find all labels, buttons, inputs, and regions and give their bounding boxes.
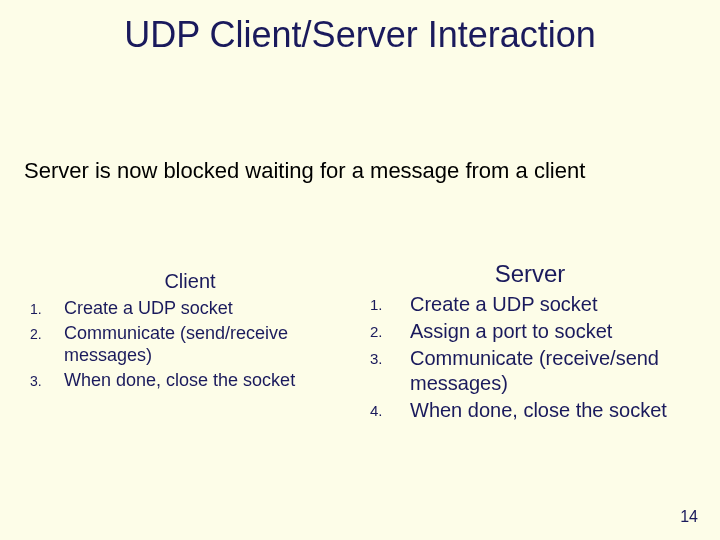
- list-item: 2. Assign a port to socket: [370, 319, 690, 346]
- list-item: 3. Communicate (receive/send messages): [370, 346, 690, 398]
- list-item: 1. Create a UDP socket: [370, 292, 690, 319]
- item-number: 1.: [30, 297, 64, 322]
- client-column: Client 1. Create a UDP socket 2. Communi…: [30, 270, 350, 425]
- item-text: Create a UDP socket: [64, 297, 350, 322]
- list-item: 1. Create a UDP socket: [30, 297, 350, 322]
- item-text: When done, close the socket: [410, 398, 690, 425]
- columns: Client 1. Create a UDP socket 2. Communi…: [30, 270, 690, 425]
- server-column: Server 1. Create a UDP socket 2. Assign …: [370, 270, 690, 425]
- page-number: 14: [680, 508, 698, 526]
- list-item: 4. When done, close the socket: [370, 398, 690, 425]
- item-number: 1.: [370, 292, 410, 319]
- list-item: 3. When done, close the socket: [30, 369, 350, 394]
- item-text: When done, close the socket: [64, 369, 350, 394]
- server-list: 1. Create a UDP socket 2. Assign a port …: [370, 292, 690, 425]
- slide-subtitle: Server is now blocked waiting for a mess…: [24, 158, 696, 184]
- item-number: 2.: [30, 322, 64, 369]
- item-number: 3.: [30, 369, 64, 394]
- item-number: 3.: [370, 346, 410, 398]
- server-heading: Server: [370, 260, 690, 288]
- client-heading: Client: [30, 270, 350, 293]
- slide: UDP Client/Server Interaction Server is …: [0, 0, 720, 540]
- slide-title: UDP Client/Server Interaction: [0, 14, 720, 56]
- client-list: 1. Create a UDP socket 2. Communicate (s…: [30, 297, 350, 393]
- item-number: 2.: [370, 319, 410, 346]
- item-number: 4.: [370, 398, 410, 425]
- item-text: Assign a port to socket: [410, 319, 690, 346]
- item-text: Create a UDP socket: [410, 292, 690, 319]
- item-text: Communicate (send/receive messages): [64, 322, 350, 369]
- list-item: 2. Communicate (send/receive messages): [30, 322, 350, 369]
- item-text: Communicate (receive/send messages): [410, 346, 690, 398]
